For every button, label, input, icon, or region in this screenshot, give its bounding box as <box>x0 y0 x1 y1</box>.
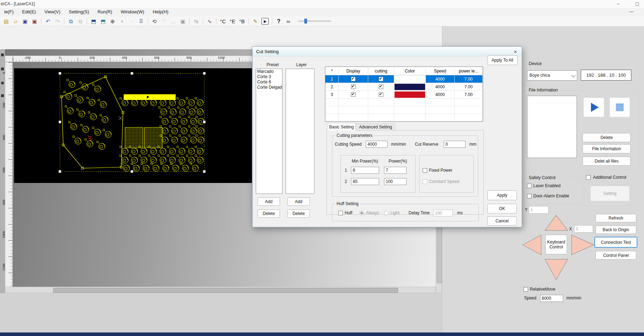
redo-icon[interactable]: ↷ <box>53 17 62 25</box>
preset-item[interactable]: Corte Delgado <box>256 85 282 90</box>
dialog-title-bar[interactable]: Cut Setting × <box>253 47 522 57</box>
menu-item[interactable]: Setting(S) <box>65 8 93 16</box>
layer-table-row[interactable]: 340007.00 <box>325 91 483 99</box>
device-ip-field[interactable]: 192 . 168 . 10 . 100 <box>581 70 631 81</box>
huff-checkbox[interactable] <box>338 211 343 215</box>
group-icon[interactable]: ▣ <box>178 17 187 25</box>
save-icon[interactable]: ▣ <box>21 17 30 25</box>
cutting-speed-field[interactable]: 4000 <box>366 141 388 148</box>
help-icon[interactable]: ? <box>274 17 283 25</box>
start-button[interactable] <box>583 97 604 117</box>
menu-item[interactable]: View(V) <box>40 8 64 16</box>
layer-table-row[interactable]: 240007.00 <box>325 83 483 91</box>
huff-always-radio[interactable] <box>359 211 364 215</box>
keyboard-control-button[interactable]: Keyboard Control <box>545 235 567 254</box>
preset-item[interactable]: Corte 3 <box>256 74 282 80</box>
design-outline[interactable] <box>61 77 123 168</box>
layer-delete-button[interactable]: Delete <box>287 209 310 218</box>
jog-left-arrow[interactable] <box>523 235 541 255</box>
back-to-origin-button[interactable]: Back to Origin <box>596 226 636 234</box>
array-icon[interactable]: ⠿ <box>137 17 145 25</box>
snap-icon[interactable]: ▫ <box>127 17 136 25</box>
laser-path-icon[interactable]: ✎ <box>251 17 260 25</box>
save-all-icon[interactable]: ▣ <box>30 17 39 25</box>
laser-e-icon[interactable]: °E <box>228 17 237 25</box>
zoom-icon[interactable]: ⊕ <box>108 17 117 25</box>
preset-delete-button[interactable]: Delete <box>258 209 280 218</box>
layer-table-row[interactable]: 140007.00 <box>325 75 483 83</box>
delay-time-field[interactable]: 100 <box>433 210 453 216</box>
minimize-icon[interactable]: – <box>614 1 623 7</box>
setting-button[interactable]: Setting <box>590 186 630 201</box>
maximize-icon[interactable]: ▢ <box>633 1 642 7</box>
layer-color-swatch[interactable] <box>395 84 425 90</box>
jog-down-arrow[interactable] <box>545 259 568 280</box>
preset-item[interactable]: Marcado <box>256 69 282 74</box>
menu-item[interactable]: Window(W) <box>116 8 148 16</box>
horizontal-scrollbar-thumb[interactable] <box>53 288 398 293</box>
node-edit-icon[interactable]: ▫ <box>118 17 126 25</box>
preset-item[interactable]: Corte 6 <box>256 80 282 85</box>
preview-icon[interactable]: ⬒ <box>99 17 108 25</box>
connection-test-button[interactable]: Connection Test <box>594 237 637 248</box>
preset-add-button[interactable]: Add <box>258 197 280 206</box>
zoom-slider[interactable] <box>298 20 331 22</box>
laser-enabled-checkbox[interactable] <box>527 184 532 188</box>
new-icon[interactable]: ▤ <box>2 17 11 25</box>
apply-button[interactable]: Apply <box>487 190 517 200</box>
ok-button[interactable]: OK <box>487 204 517 214</box>
run-icon[interactable]: ▶ <box>261 18 269 25</box>
min-power-2-field[interactable]: 85 <box>351 178 379 185</box>
mirror-v-icon[interactable]: ◡ <box>169 17 178 25</box>
layer-table[interactable]: *DisplaycuttingColorSpeedpower le...1400… <box>325 66 483 122</box>
cutting-checkbox[interactable] <box>379 92 383 97</box>
design-badges[interactable] <box>64 79 204 171</box>
cutting-checkbox[interactable] <box>379 77 383 81</box>
display-icon[interactable]: ⬒ <box>89 17 98 25</box>
refresh-button[interactable]: Refresh <box>596 214 636 222</box>
tab-advanced-setting[interactable]: Advanced Setting <box>356 123 395 131</box>
zoom-slider-thumb[interactable] <box>304 19 307 24</box>
constant-speed-checkbox[interactable] <box>423 179 427 184</box>
undo-icon[interactable]: ↶ <box>44 17 52 25</box>
align-icon[interactable]: ↹ <box>192 17 201 25</box>
stop-button[interactable] <box>610 97 630 117</box>
jog-up-arrow[interactable] <box>545 215 568 230</box>
power-1-field[interactable]: 7 <box>384 167 406 174</box>
display-checkbox[interactable] <box>351 84 356 89</box>
design-hatch-block[interactable] <box>144 127 162 148</box>
dock-tool-icon[interactable] <box>1 94 4 97</box>
mdi-minimize-icon[interactable]: — <box>629 9 633 14</box>
delete-all-files-button[interactable]: Delet all files <box>583 157 631 166</box>
horizontal-scrollbar[interactable] <box>5 287 436 293</box>
y-step-field[interactable]: 1 <box>529 206 548 214</box>
apply-to-all-button[interactable]: Apply To All <box>487 55 518 65</box>
fixed-power-checkbox[interactable] <box>423 168 427 173</box>
laser-c-icon[interactable]: °C <box>219 17 227 25</box>
relative-move-checkbox[interactable] <box>523 287 528 292</box>
power-2-field[interactable]: 100 <box>384 178 406 185</box>
tab-basic-setting[interactable]: Basic Setting <box>327 123 356 131</box>
preset-list[interactable]: MarcadoCorte 3Corte 6Corte Delgado <box>256 69 282 194</box>
layer-list[interactable] <box>286 69 314 194</box>
layer-color-swatch[interactable] <box>395 91 425 98</box>
design-canvas[interactable] <box>14 68 252 183</box>
close-icon[interactable]: × <box>512 48 519 55</box>
cancel-button[interactable]: Cancel <box>487 216 517 226</box>
design-hatch-block[interactable] <box>125 127 143 148</box>
dock-tool-icon[interactable] <box>1 53 4 56</box>
min-power-1-field[interactable]: 6 <box>351 167 379 174</box>
menu-item[interactable]: Edit(E) <box>18 8 40 16</box>
design-red-mark[interactable] <box>87 136 92 141</box>
paste-icon[interactable]: ⧉ <box>76 17 85 25</box>
open-icon[interactable]: ▱ <box>11 17 20 25</box>
mirror-h-icon[interactable]: ◠ <box>160 17 168 25</box>
huff-light-radio[interactable] <box>384 211 389 215</box>
jog-speed-field[interactable]: 6000 <box>540 295 563 302</box>
rotate-icon[interactable]: ⟲ <box>150 17 159 25</box>
find-icon[interactable]: ∞ <box>284 17 293 25</box>
laser-b-icon[interactable]: °B <box>238 17 246 25</box>
door-alarm-checkbox[interactable] <box>527 194 532 198</box>
dock-tool-icon[interactable] <box>1 82 4 84</box>
file-information-button[interactable]: File Information <box>583 144 631 153</box>
